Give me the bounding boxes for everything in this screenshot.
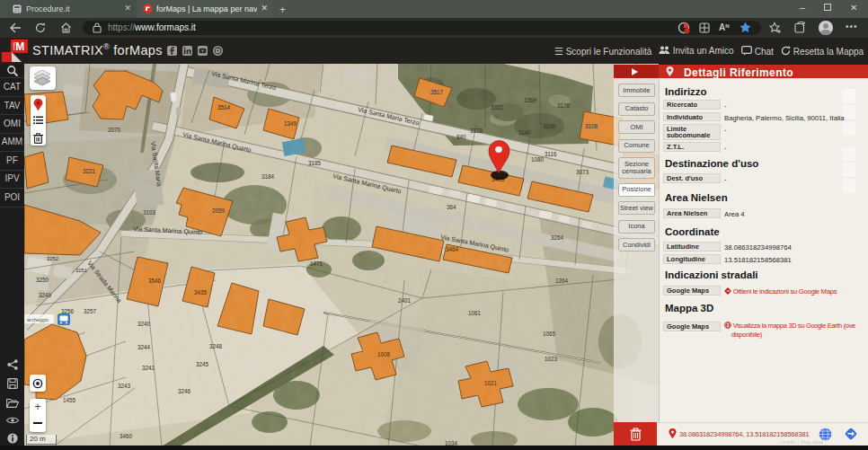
svg-text:1455: 1455	[63, 397, 76, 403]
svg-text:3221: 3221	[83, 168, 96, 174]
svg-text:3514: 3514	[217, 104, 231, 110]
svg-text:3073: 3073	[576, 169, 589, 175]
svg-text:3256: 3256	[61, 308, 75, 314]
svg-text:1021: 1021	[484, 380, 498, 386]
svg-text:3246: 3246	[178, 388, 191, 394]
svg-text:840: 840	[456, 134, 466, 140]
svg-text:2401: 2401	[398, 297, 412, 304]
svg-text:1369: 1369	[524, 97, 537, 103]
svg-text:3241: 3241	[142, 365, 155, 371]
svg-text:364: 364	[447, 204, 456, 210]
svg-text:1080: 1080	[531, 156, 545, 163]
svg-text:1264: 1264	[555, 278, 569, 284]
svg-text:3250: 3250	[36, 277, 49, 283]
svg-text:2070: 2070	[108, 127, 121, 133]
svg-text:3100: 3100	[543, 123, 556, 129]
svg-text:3240: 3240	[137, 321, 151, 327]
svg-text:3460: 3460	[120, 433, 133, 439]
svg-text:3257: 3257	[84, 308, 97, 314]
svg-text:3435: 3435	[194, 289, 208, 296]
svg-text:3245: 3245	[196, 361, 209, 367]
svg-text:3103: 3103	[143, 209, 156, 216]
svg-text:1065: 1065	[543, 331, 556, 337]
svg-text:3251: 3251	[75, 268, 87, 273]
svg-text:3108: 3108	[585, 123, 598, 129]
svg-text:3322: 3322	[491, 104, 504, 110]
svg-text:3248: 3248	[209, 343, 223, 349]
svg-text:3517: 3517	[430, 89, 444, 95]
svg-text:3243: 3243	[118, 383, 131, 389]
svg-text:3546: 3546	[148, 278, 162, 284]
svg-text:3176: 3176	[557, 102, 571, 109]
svg-text:3244: 3244	[137, 344, 151, 350]
svg-text:1061: 1061	[468, 310, 482, 316]
svg-text:1471: 1471	[310, 260, 323, 267]
svg-text:3184: 3184	[261, 173, 275, 180]
svg-text:2059: 2059	[212, 207, 226, 214]
svg-text:1140: 1140	[518, 129, 531, 136]
svg-text:3464: 3464	[446, 246, 459, 252]
svg-text:3249: 3249	[39, 292, 52, 298]
svg-text:3264: 3264	[551, 234, 564, 241]
svg-text:1023: 1023	[545, 356, 558, 362]
svg-text:1008: 1008	[377, 351, 391, 357]
svg-text:3252: 3252	[47, 256, 58, 261]
svg-text:3116: 3116	[545, 151, 557, 157]
svg-text:1349: 1349	[284, 120, 297, 127]
svg-text:archeggio: archeggio	[27, 317, 49, 322]
svg-text:3185: 3185	[308, 160, 322, 166]
svg-text:3128: 3128	[470, 128, 483, 134]
